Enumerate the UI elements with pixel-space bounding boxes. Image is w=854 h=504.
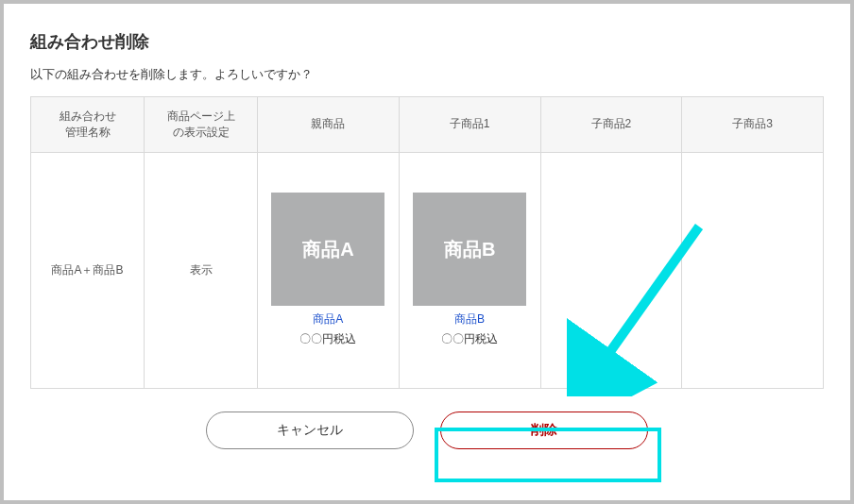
th-child1: 子商品1 <box>399 97 540 153</box>
product-link-parent[interactable]: 商品A <box>264 311 393 328</box>
table-row: 商品A＋商品B 表示 商品A 商品A 〇〇円税込 商品B 商品B 〇〇円税込 <box>31 152 824 388</box>
delete-button[interactable]: 削除 <box>440 412 648 449</box>
th-name: 組み合わせ管理名称 <box>31 97 145 153</box>
dialog-title: 組み合わせ削除 <box>30 30 824 53</box>
th-display: 商品ページ上の表示設定 <box>145 97 258 153</box>
cell-display: 表示 <box>145 152 258 388</box>
product-price-parent: 〇〇円税込 <box>264 331 393 347</box>
product-price-child1: 〇〇円税込 <box>405 331 535 347</box>
combination-table: 組み合わせ管理名称 商品ページ上の表示設定 親商品 子商品1 子商品2 子商品3… <box>30 96 824 389</box>
cancel-button[interactable]: キャンセル <box>206 412 414 449</box>
cell-child2-empty <box>540 152 682 388</box>
cell-parent: 商品A 商品A 〇〇円税込 <box>258 152 400 388</box>
dialog-subtitle: 以下の組み合わせを削除します。よろしいですか？ <box>30 66 824 83</box>
th-parent: 親商品 <box>258 97 400 153</box>
cell-child1: 商品B 商品B 〇〇円税込 <box>399 152 540 388</box>
cell-name: 商品A＋商品B <box>31 152 145 388</box>
product-link-child1[interactable]: 商品B <box>405 311 535 328</box>
th-child3: 子商品3 <box>682 97 824 153</box>
delete-confirm-dialog: 組み合わせ削除 以下の組み合わせを削除します。よろしいですか？ 組み合わせ管理名… <box>4 4 850 500</box>
th-child2: 子商品2 <box>540 97 682 153</box>
cell-child3-empty <box>682 152 824 388</box>
product-image-placeholder: 商品B <box>413 193 526 306</box>
button-row: キャンセル 削除 <box>30 412 824 449</box>
product-image-placeholder: 商品A <box>271 193 384 306</box>
